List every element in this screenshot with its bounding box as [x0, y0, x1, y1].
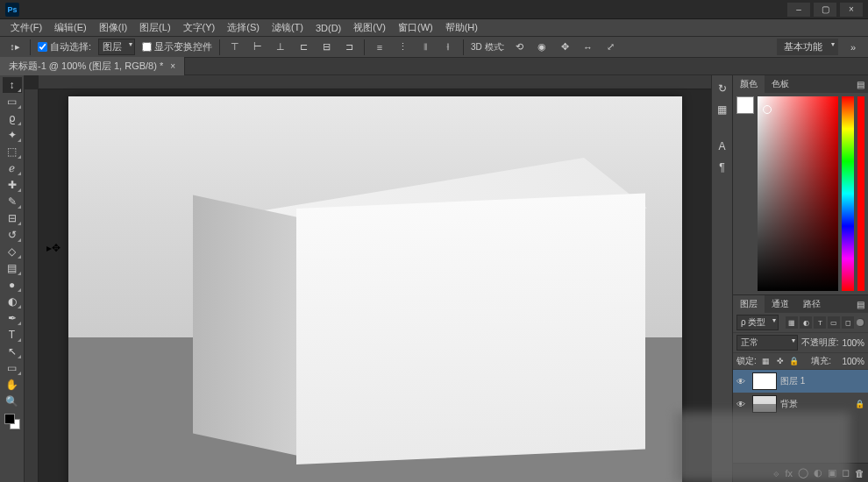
minimize-button[interactable]: –: [787, 3, 810, 17]
crop-tool[interactable]: ⬚: [3, 144, 22, 159]
menu-edit[interactable]: 编辑(E): [49, 19, 92, 36]
shape-tool[interactable]: ▭: [3, 360, 22, 376]
filter-type-icon[interactable]: T: [814, 316, 826, 329]
distribute-icon[interactable]: ⫴: [417, 39, 433, 55]
blend-mode-dropdown[interactable]: 正常: [736, 335, 798, 351]
marquee-tool[interactable]: ▭: [3, 94, 22, 110]
history-panel-icon[interactable]: ↻: [715, 81, 730, 96]
eyedropper-tool[interactable]: ℯ: [3, 160, 22, 176]
tab-paths[interactable]: 路径: [796, 295, 828, 313]
mask-icon[interactable]: ◯: [798, 467, 808, 478]
lasso-tool[interactable]: ϱ: [3, 110, 22, 126]
blur-tool[interactable]: ●: [3, 277, 22, 293]
align-vcenter-icon[interactable]: ⊢: [250, 39, 266, 55]
layer-name[interactable]: 背景: [780, 398, 798, 410]
menu-help[interactable]: 帮助(H): [440, 19, 483, 36]
filter-pixel-icon[interactable]: ▦: [786, 316, 798, 329]
3d-slide-icon[interactable]: ↔: [580, 39, 595, 55]
link-layers-icon[interactable]: ⟐: [773, 468, 779, 478]
distribute-icon[interactable]: ≡: [372, 39, 388, 55]
tab-swatches[interactable]: 色板: [765, 75, 796, 93]
align-hcenter-icon[interactable]: ⊟: [318, 39, 334, 55]
align-top-icon[interactable]: ⊤: [227, 39, 243, 55]
search-icon[interactable]: »: [845, 39, 861, 55]
history-brush-tool[interactable]: ↺: [3, 227, 22, 243]
distribute-icon[interactable]: ⋮: [395, 39, 410, 55]
type-tool[interactable]: T: [3, 327, 22, 343]
filter-shape-icon[interactable]: ▭: [828, 316, 840, 329]
auto-select-input[interactable]: [38, 42, 47, 52]
color-picker[interactable]: [758, 96, 838, 291]
foreground-color[interactable]: [4, 414, 15, 424]
show-transform-checkbox[interactable]: 显示变换控件: [142, 40, 212, 53]
wand-tool[interactable]: ✦: [3, 127, 22, 143]
menu-type[interactable]: 文字(Y): [178, 19, 221, 36]
auto-select-target[interactable]: 图层: [98, 39, 135, 55]
menu-image[interactable]: 图像(I): [94, 19, 132, 36]
3d-pan-icon[interactable]: ✥: [557, 39, 573, 55]
gradient-tool[interactable]: ▤: [3, 260, 22, 276]
menu-file[interactable]: 文件(F): [5, 19, 47, 36]
adjustment-icon[interactable]: ◐: [814, 467, 822, 478]
visibility-icon[interactable]: 👁: [736, 377, 749, 386]
panel-menu-icon[interactable]: ▤: [853, 300, 868, 309]
new-layer-icon[interactable]: ◻: [842, 467, 850, 478]
menu-filter[interactable]: 滤镜(T): [267, 19, 309, 36]
layer-thumbnail[interactable]: [752, 372, 777, 390]
pen-tool[interactable]: ✒: [3, 310, 22, 326]
filter-adjust-icon[interactable]: ◐: [800, 316, 812, 329]
canvas-area[interactable]: ▸✥: [25, 75, 711, 482]
ruler-horizontal[interactable]: [39, 75, 711, 89]
group-icon[interactable]: ▣: [828, 467, 836, 478]
character-panel-icon[interactable]: A: [715, 138, 730, 154]
hue-slider[interactable]: [842, 96, 854, 291]
filter-toggle[interactable]: [857, 318, 864, 327]
zoom-tool[interactable]: 🔍: [3, 393, 22, 409]
tab-close-icon[interactable]: ×: [170, 61, 175, 71]
align-bottom-icon[interactable]: ⊥: [273, 39, 288, 55]
layer-name[interactable]: 图层 1: [780, 375, 805, 387]
paragraph-panel-icon[interactable]: ¶: [715, 159, 730, 175]
document-tab[interactable]: 未标题-1 @ 100% (图层 1, RGB/8) * ×: [0, 57, 185, 75]
auto-select-checkbox[interactable]: 自动选择:: [38, 40, 91, 53]
fill-value[interactable]: 100%: [842, 357, 864, 366]
heal-tool[interactable]: ✚: [3, 177, 22, 193]
align-right-icon[interactable]: ⊐: [341, 39, 357, 55]
lock-position-icon[interactable]: ✜: [774, 355, 786, 367]
tab-color[interactable]: 颜色: [733, 75, 765, 93]
eraser-tool[interactable]: ◇: [3, 244, 22, 259]
menu-view[interactable]: 视图(V): [348, 19, 391, 36]
maximize-button[interactable]: ▢: [814, 3, 836, 17]
lock-all-icon[interactable]: 🔒: [788, 355, 800, 367]
ruler-vertical[interactable]: [25, 89, 39, 482]
close-button[interactable]: ×: [840, 3, 863, 17]
dodge-tool[interactable]: ◐: [3, 294, 22, 309]
brush-tool[interactable]: ✎: [3, 194, 22, 209]
menu-layer[interactable]: 图层(L): [134, 19, 175, 36]
layer-item-bg[interactable]: 👁 背景 🔒: [733, 393, 868, 415]
tool-preset-icon[interactable]: ↕▸: [7, 39, 23, 55]
workspace-switcher[interactable]: 基本功能: [777, 39, 838, 55]
color-swatch[interactable]: [4, 414, 20, 429]
swatches-panel-icon[interactable]: ▦: [715, 102, 730, 117]
stamp-tool[interactable]: ⊟: [3, 210, 22, 226]
3d-scale-icon[interactable]: ⤢: [602, 39, 618, 55]
hand-tool[interactable]: ✋: [3, 377, 22, 393]
canvas[interactable]: [68, 96, 682, 482]
current-color-swatch[interactable]: [736, 96, 754, 114]
menu-window[interactable]: 窗口(W): [393, 19, 438, 36]
visibility-icon[interactable]: 👁: [736, 400, 749, 409]
tab-layers[interactable]: 图层: [733, 295, 765, 313]
show-transform-input[interactable]: [142, 42, 152, 52]
layer-thumbnail[interactable]: [752, 395, 777, 413]
path-select-tool[interactable]: ↖: [3, 344, 22, 359]
layer-item-1[interactable]: 👁 图层 1: [733, 370, 868, 393]
filter-smart-icon[interactable]: ◻: [842, 316, 854, 329]
lock-pixels-icon[interactable]: ▦: [760, 355, 772, 367]
opacity-value[interactable]: 100%: [842, 338, 864, 348]
delete-layer-icon[interactable]: 🗑: [855, 468, 864, 478]
filter-kind-dropdown[interactable]: ρ 类型: [736, 315, 779, 330]
3d-roll-icon[interactable]: ◉: [534, 39, 550, 55]
3d-orbit-icon[interactable]: ⟲: [511, 39, 527, 55]
panel-menu-icon[interactable]: ▤: [853, 80, 868, 89]
